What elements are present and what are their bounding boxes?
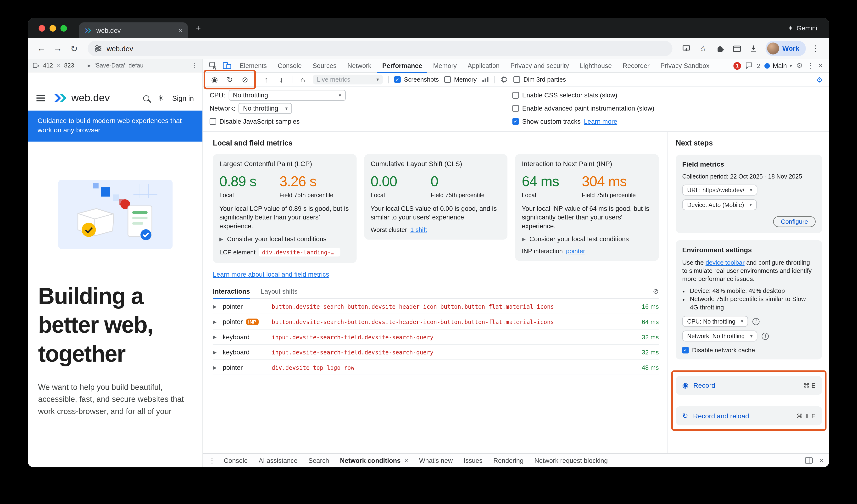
tab-elements[interactable]: Elements: [235, 58, 272, 73]
drawer-tab-network-conditions[interactable]: Network conditions ×: [335, 454, 414, 467]
reload-button[interactable]: ↻: [67, 43, 81, 54]
record-and-reload-icon[interactable]: ↻: [225, 75, 235, 84]
interaction-row[interactable]: ▶ pointer div.devsite-top-logo-row 48 ms: [213, 360, 659, 375]
memory-checkbox[interactable]: [444, 76, 451, 83]
tab-privacy-and-security[interactable]: Privacy and security: [506, 58, 574, 73]
new-tab-button[interactable]: +: [196, 22, 201, 34]
inp-interaction-link[interactable]: pointer: [566, 248, 585, 254]
record-and-reload-button[interactable]: ↻ Record and reload ⌘ ⇧ E: [676, 406, 822, 425]
minimize-window-button[interactable]: [50, 25, 56, 31]
record-icon[interactable]: ◉: [209, 75, 219, 84]
interaction-target-code[interactable]: button.devsite-search-button.devsite-hea…: [272, 318, 638, 325]
cpu-throttling-select[interactable]: No throttling ▾: [229, 90, 346, 101]
browser-tab[interactable]: web.dev ×: [79, 22, 188, 38]
sign-in-link[interactable]: Sign in: [172, 94, 194, 102]
drawer-close-icon[interactable]: ×: [820, 456, 824, 465]
cls-worst-cluster-link[interactable]: 1 shift: [410, 226, 427, 233]
interaction-row[interactable]: ▶ pointer button.devsite-search-button.d…: [213, 299, 659, 314]
zoom-window-button[interactable]: [61, 25, 67, 31]
learn-more-metrics-link[interactable]: Learn more about local and field metrics: [213, 271, 329, 278]
chevron-right-icon[interactable]: ▶: [213, 334, 218, 340]
forward-button[interactable]: →: [51, 44, 65, 53]
devtools-menu-icon[interactable]: ⋮: [807, 62, 814, 70]
chevron-right-icon[interactable]: ▶: [213, 304, 218, 309]
viewport-width-input[interactable]: 412: [43, 62, 53, 68]
drawer-menu-icon[interactable]: ⋮: [208, 456, 218, 465]
configure-button[interactable]: Configure: [773, 216, 816, 227]
field-url-select[interactable]: URL: https://web.dev/ ▾: [682, 185, 757, 196]
screenshots-checkbox-row[interactable]: ✓ Screenshots: [394, 76, 439, 83]
gemini-button[interactable]: ✦ Gemini: [788, 24, 817, 32]
chevron-right-icon[interactable]: ▶: [213, 349, 218, 355]
drawer-tab-network-request-blocking[interactable]: Network request blocking: [529, 454, 613, 467]
field-device-select[interactable]: Device: Auto (Mobile) ▾: [682, 199, 757, 211]
back-button[interactable]: ←: [34, 44, 48, 53]
memory-checkbox-row[interactable]: Memory: [444, 76, 476, 83]
chevron-right-icon[interactable]: ▶: [213, 319, 218, 324]
search-icon[interactable]: [143, 95, 149, 101]
live-metrics-home-icon[interactable]: ⌂: [298, 75, 308, 84]
disable-network-cache-checkbox[interactable]: ✓: [682, 347, 689, 353]
devtools-settings-icon[interactable]: ⚙: [796, 62, 803, 70]
device-type-select-icon[interactable]: [33, 63, 39, 68]
tab-network[interactable]: Network: [342, 58, 376, 73]
cpu-throttle-icon[interactable]: [501, 75, 508, 83]
lcp-test-conditions-expander[interactable]: ▶ Consider your local test conditions: [219, 235, 350, 243]
drawer-tab-search[interactable]: Search: [303, 454, 335, 467]
disable-network-cache-row[interactable]: ✓ Disable network cache: [682, 347, 816, 353]
drawer-tab-ai-assistance[interactable]: AI assistance: [253, 454, 303, 467]
site-logo[interactable]: web.dev: [54, 92, 110, 104]
interaction-row[interactable]: ▶ pointer INP button.devsite-search-butt…: [213, 314, 659, 330]
device-toolbar-link[interactable]: device toolbar: [706, 259, 744, 266]
tab-performance[interactable]: Performance: [377, 58, 427, 73]
css-selector-stats-row[interactable]: Enable CSS selector stats (slow): [512, 90, 654, 101]
tab-layout-shifts[interactable]: Layout shifts: [261, 284, 297, 299]
bookmark-star-icon[interactable]: ☆: [696, 44, 710, 53]
extensions-puzzle-icon[interactable]: [713, 44, 727, 52]
tab-console[interactable]: Console: [273, 58, 306, 73]
inp-test-conditions-expander[interactable]: ▶ Consider your local test conditions: [522, 235, 652, 243]
env-cpu-select[interactable]: CPU: No throttling ▾: [682, 316, 748, 327]
interaction-target-code[interactable]: button.devsite-search-button.devsite-hea…: [272, 303, 638, 309]
info-icon[interactable]: i: [753, 318, 760, 325]
device-toolbar-toggle-icon[interactable]: [221, 62, 234, 70]
close-window-button[interactable]: [39, 25, 45, 31]
hamburger-menu-icon[interactable]: [36, 95, 45, 101]
interaction-row[interactable]: ▶ keyboard input.devsite-search-field.de…: [213, 345, 659, 360]
disable-js-samples-row[interactable]: Disable JavaScript samples: [209, 116, 512, 127]
interaction-target-code[interactable]: div.devsite-top-logo-row: [272, 364, 638, 370]
clear-icon[interactable]: ⊘: [240, 75, 250, 84]
tab-lighthouse[interactable]: Lighthouse: [575, 58, 617, 73]
drawer-tab-console[interactable]: Console: [218, 454, 253, 467]
drawer-tab-rendering[interactable]: Rendering: [488, 454, 529, 467]
save-profile-icon[interactable]: ↓: [276, 75, 286, 84]
issues-icon[interactable]: [745, 62, 753, 69]
lcp-element-code[interactable]: div.devsite-landing-row-ite…: [259, 248, 340, 256]
disable-js-samples-checkbox[interactable]: [209, 118, 216, 125]
device-toolbar-menu-icon[interactable]: ⋮: [192, 62, 198, 69]
rotate-icon[interactable]: ▸: [88, 62, 91, 69]
css-selector-stats-checkbox[interactable]: [512, 92, 519, 99]
info-icon[interactable]: i: [762, 332, 769, 340]
address-bar[interactable]: web.dev: [87, 41, 672, 56]
profile-chip[interactable]: Work: [766, 41, 806, 56]
interaction-row[interactable]: ▶ keyboard input.devsite-search-field.de…: [213, 330, 659, 345]
load-profile-icon[interactable]: ↑: [261, 75, 271, 84]
advanced-paint-row[interactable]: Enable advanced paint instrumentation (s…: [512, 103, 654, 114]
advanced-paint-checkbox[interactable]: [512, 105, 519, 112]
tab-organizer-icon[interactable]: [729, 45, 744, 52]
zoom-select-icon[interactable]: ⋮: [78, 62, 84, 69]
dim-3rd-parties-checkbox-row[interactable]: Dim 3rd parties: [514, 76, 566, 83]
screenshots-checkbox[interactable]: ✓: [394, 76, 401, 83]
site-settings-icon[interactable]: [94, 45, 102, 52]
drawer-tab-issues[interactable]: Issues: [458, 454, 488, 467]
drawer-tab-whats-new[interactable]: What's new: [414, 454, 458, 467]
send-to-device-icon[interactable]: [679, 45, 693, 52]
learn-more-link[interactable]: Learn more: [584, 118, 617, 125]
theme-toggle-icon[interactable]: ☀: [157, 94, 164, 102]
context-selector[interactable]: Main ▾: [764, 62, 792, 69]
record-button[interactable]: ◉ Record ⌘ E: [676, 376, 822, 395]
browser-menu-icon[interactable]: ⋮: [808, 44, 823, 53]
tab-application[interactable]: Application: [463, 58, 505, 73]
downloads-icon[interactable]: [746, 45, 761, 52]
